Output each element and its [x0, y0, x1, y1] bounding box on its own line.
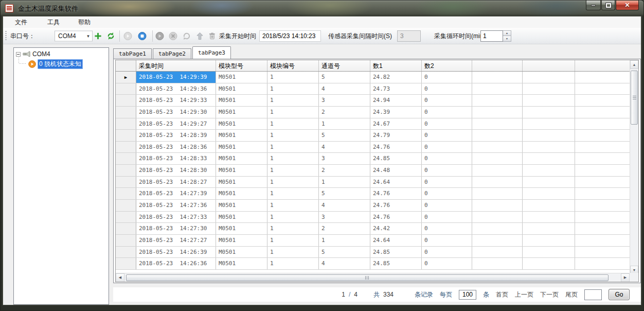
table-cell[interactable]: 4: [319, 142, 370, 153]
table-cell[interactable]: [472, 95, 523, 106]
table-cell[interactable]: 2018-05-23 14:27:27: [136, 235, 216, 246]
delete-button[interactable]: [208, 31, 217, 40]
table-cell[interactable]: M0501: [216, 142, 267, 153]
row-header[interactable]: [116, 83, 136, 95]
table-cell[interactable]: 24.85: [370, 258, 422, 269]
column-header[interactable]: 数1: [370, 60, 422, 71]
table-cell[interactable]: 1: [267, 177, 319, 188]
table-cell[interactable]: M0501: [216, 177, 267, 188]
table-cell[interactable]: 24.94: [370, 95, 422, 106]
spin-down-button[interactable]: ▼: [503, 36, 511, 41]
minimize-button[interactable]: [586, 1, 601, 10]
table-cell[interactable]: [523, 177, 575, 188]
table-cell[interactable]: 1: [319, 118, 370, 130]
scroll-up-icon[interactable]: ▲: [630, 60, 638, 69]
toolbar-grip[interactable]: [5, 31, 7, 41]
table-cell[interactable]: 4: [319, 83, 370, 95]
table-cell[interactable]: 0: [422, 188, 472, 199]
table-cell[interactable]: 3: [319, 212, 370, 223]
table-cell[interactable]: 4: [319, 258, 370, 269]
table-cell[interactable]: 2018-05-23 14:28:30: [136, 165, 216, 176]
table-row[interactable]: 2018-05-23 14:27:36M05011424.760: [116, 200, 638, 212]
interval-field[interactable]: [397, 30, 421, 42]
table-cell[interactable]: [523, 83, 575, 95]
table-cell[interactable]: 0: [422, 107, 472, 118]
per-page-input[interactable]: [459, 290, 476, 300]
table-cell[interactable]: M0501: [216, 247, 267, 258]
vertical-scrollbar[interactable]: ▲ ▼: [630, 60, 638, 274]
refresh-button[interactable]: [106, 31, 115, 40]
table-row[interactable]: 2018-05-23 14:28:39M05011524.790: [116, 130, 638, 142]
table-cell[interactable]: [523, 72, 575, 83]
table-cell[interactable]: [575, 95, 631, 106]
table-cell[interactable]: M0501: [216, 95, 267, 106]
table-cell[interactable]: 1: [267, 223, 319, 234]
title-bar[interactable]: 金土木温度采集软件 ✕: [1, 1, 643, 16]
table-cell[interactable]: [523, 153, 575, 164]
table-cell[interactable]: 2018-05-23 14:27:30: [136, 223, 216, 234]
table-cell[interactable]: [523, 107, 575, 118]
grid-corner-cell[interactable]: [116, 60, 136, 71]
table-row[interactable]: 2018-05-23 14:28:30M05011224.480: [116, 165, 638, 177]
spin-up-button[interactable]: ▲: [503, 31, 511, 36]
table-cell[interactable]: [472, 258, 523, 269]
menu-file[interactable]: 文件: [15, 18, 27, 27]
table-cell[interactable]: 24.39: [370, 107, 422, 118]
row-header[interactable]: [116, 247, 136, 258]
table-cell[interactable]: [472, 200, 523, 211]
table-cell[interactable]: [472, 177, 523, 188]
table-cell[interactable]: [472, 235, 523, 246]
table-cell[interactable]: 0: [422, 142, 472, 153]
row-header[interactable]: [116, 95, 136, 106]
tab-tabpage2[interactable]: tabPage2: [153, 48, 191, 59]
table-cell[interactable]: 2018-05-23 14:29:33: [136, 95, 216, 106]
table-cell[interactable]: 1: [319, 177, 370, 188]
go-button[interactable]: Go: [609, 289, 630, 300]
table-cell[interactable]: M0501: [216, 72, 267, 83]
table-cell[interactable]: [575, 153, 631, 164]
table-cell[interactable]: 0: [422, 165, 472, 176]
table-cell[interactable]: 0: [422, 130, 472, 141]
table-row[interactable]: 2018-05-23 14:29:36M05011424.730: [116, 83, 638, 95]
table-cell[interactable]: M0501: [216, 83, 267, 95]
table-cell[interactable]: [523, 118, 575, 130]
upload-button-disabled[interactable]: [195, 31, 204, 40]
prev-page-link[interactable]: 上一页: [515, 290, 533, 299]
table-cell[interactable]: 1: [267, 118, 319, 130]
table-cell[interactable]: [523, 130, 575, 141]
column-header[interactable]: 数2: [422, 60, 472, 71]
horizontal-scroll-thumb[interactable]: [126, 274, 609, 281]
table-cell[interactable]: M0501: [216, 130, 267, 141]
column-header[interactable]: 采集时间: [136, 60, 216, 71]
table-row[interactable]: 2018-05-23 14:29:30M05011224.390: [116, 107, 638, 118]
table-cell[interactable]: 1: [267, 107, 319, 118]
table-cell[interactable]: [472, 165, 523, 176]
table-cell[interactable]: [575, 130, 631, 141]
table-cell[interactable]: [575, 107, 631, 118]
table-row[interactable]: ▶2018-05-23 14:29:39M05011524.820: [116, 72, 638, 83]
table-cell[interactable]: 2: [319, 107, 370, 118]
table-cell[interactable]: 2018-05-23 14:27:39: [136, 188, 216, 199]
table-cell[interactable]: 2018-05-23 14:27:33: [136, 212, 216, 223]
table-cell[interactable]: 0: [422, 247, 472, 258]
table-cell[interactable]: [472, 118, 523, 130]
table-cell[interactable]: [575, 177, 631, 188]
table-cell[interactable]: 2018-05-23 14:28:27: [136, 177, 216, 188]
table-cell[interactable]: [472, 107, 523, 118]
stop-button[interactable]: [138, 31, 147, 40]
tree-node-module[interactable]: 0 脱机状态未知: [28, 59, 83, 68]
close-button[interactable]: ✕: [616, 1, 639, 10]
table-cell[interactable]: 2018-05-23 14:26:36: [136, 258, 216, 269]
table-cell[interactable]: [575, 142, 631, 153]
table-row[interactable]: 2018-05-23 14:26:36M05011424.850: [116, 258, 638, 270]
table-cell[interactable]: 1: [267, 188, 319, 199]
table-cell[interactable]: 2018-05-23 14:28:36: [136, 142, 216, 153]
serial-port-select[interactable]: COM4 ▼: [55, 30, 93, 41]
table-cell[interactable]: M0501: [216, 200, 267, 211]
table-cell[interactable]: [575, 223, 631, 234]
table-cell[interactable]: 1: [267, 153, 319, 164]
table-cell[interactable]: 0: [422, 223, 472, 234]
cycle-time-input[interactable]: [480, 30, 503, 42]
table-cell[interactable]: 1: [267, 83, 319, 95]
table-cell[interactable]: [523, 95, 575, 106]
